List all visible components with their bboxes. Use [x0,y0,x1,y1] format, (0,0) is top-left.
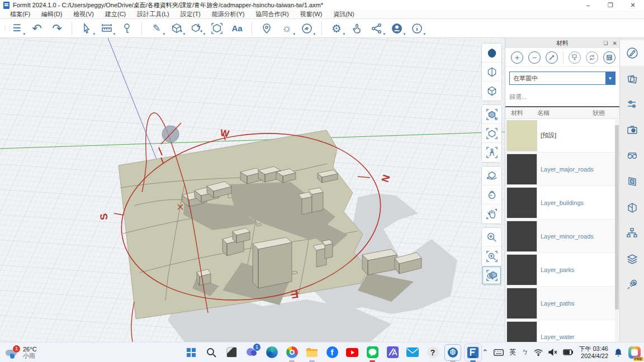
ime-zhuyin[interactable]: ㄅ [522,347,528,357]
dropdown-arrow-icon[interactable]: ▼ [605,72,615,84]
menu-edit[interactable]: 編輯(D) [36,10,68,18]
material-swatch[interactable] [506,221,537,252]
task-view-icon[interactable] [225,346,238,359]
share-icon[interactable]: ▾ [368,21,385,36]
dock-scenes-icon[interactable] [620,117,644,143]
panel-pin-icon[interactable]: ❏ [604,40,608,46]
menu-settings[interactable]: 設定(T) [175,10,206,18]
material-row[interactable]: Layer_buildings [505,186,619,220]
material-row[interactable]: Layer_paths [505,287,619,320]
remove-material-icon[interactable]: − [528,51,541,64]
tray-chevron-icon[interactable]: ⌃ [482,348,488,356]
dock-materials-icon[interactable] [620,40,644,66]
file-explorer-icon[interactable] [305,346,319,359]
dock-layers-icon[interactable] [620,246,644,272]
minimize-button[interactable]: – [577,0,599,10]
menu-info[interactable]: 資訊(N) [328,10,359,18]
keyboard-icon[interactable] [494,349,504,356]
material-name[interactable]: [預設] [537,131,619,140]
dock-properties-icon[interactable] [620,92,644,117]
location-icon[interactable] [258,21,275,36]
material-name[interactable]: Layer_major_roads [537,166,619,173]
panel-close-icon[interactable]: ✕ [613,40,617,46]
undo-icon[interactable]: ↶ [29,21,45,36]
teams-chat-icon[interactable]: 1 [245,346,258,359]
volume-muted-icon[interactable] [548,349,557,356]
zoom-selection-button[interactable] [482,124,501,143]
view-shaded-button[interactable] [482,44,501,63]
chatgpt-icon[interactable] [446,346,460,359]
filter-input[interactable]: 篩選... [505,88,619,107]
clock[interactable]: 下午 03:46 2024/4/22 [579,345,608,360]
restore-button[interactable]: ❐ [599,0,622,10]
zoom-window-button[interactable] [482,247,501,266]
info-icon[interactable]: ▾ [409,21,425,36]
material-row[interactable]: [預設] [505,119,619,153]
material-row[interactable]: Layer_water [505,320,619,342]
measure-tool-icon[interactable]: ▾ [98,21,115,36]
material-name[interactable]: Layer_buildings [537,199,619,206]
menu-collaboration[interactable]: 協同合作(R) [250,10,294,18]
autocad-icon[interactable] [386,346,399,359]
material-name[interactable]: Layer_paths [537,300,619,307]
wifi-icon[interactable] [534,349,543,356]
view-wireframe-button[interactable] [482,82,501,101]
select-tool-icon[interactable]: ▾ [78,21,95,36]
3d-viewport[interactable]: W N S E [0,38,506,342]
battery-icon[interactable] [563,349,573,355]
menu-create[interactable]: 建立(C) [100,10,131,18]
question-swirl-app-icon[interactable]: ? [426,346,439,359]
draw-tool-icon[interactable]: ✎▾ [148,21,165,36]
material-row[interactable]: Layer_major_roads [505,153,619,186]
youtube-icon[interactable] [345,346,359,359]
material-row[interactable]: Layer_minor_roads [505,220,619,253]
materials-panel-header[interactable]: 材料 ❏ ✕ [505,38,619,48]
add-material-icon[interactable]: + [511,51,523,64]
material-name[interactable]: Layer_water [537,334,619,340]
scale-dial-icon[interactable]: ▾ [299,21,315,36]
plumb-tool-icon[interactable] [119,21,135,36]
account-icon[interactable]: ▾ [389,21,405,36]
menu-file[interactable]: 檔案(F) [4,10,36,18]
scope-dropdown[interactable]: 在草圖中 ▼ [509,72,615,85]
material-swatch[interactable] [506,187,537,218]
chrome-icon[interactable] [285,346,299,359]
weather-widget[interactable]: 1 26°C 小雨 [0,346,117,359]
redo-icon[interactable]: ↷ [49,21,65,36]
touch-mode-icon[interactable] [348,21,365,36]
group-tool-icon[interactable] [209,21,225,36]
material-swatch[interactable] [506,321,537,342]
dock-plugins-icon[interactable] [620,272,644,297]
material-swatch[interactable] [506,288,537,319]
copilot-icon[interactable]: PRE [628,346,641,359]
dock-scene-tree-icon[interactable] [620,220,644,246]
import-material-icon[interactable] [569,51,581,64]
zoom-extents-button[interactable] [482,266,501,285]
material-row[interactable]: Layer_parks [505,253,619,287]
orbit-button[interactable] [482,166,501,185]
line-icon[interactable] [366,346,379,359]
menu-window[interactable]: 視窗(W) [295,10,328,18]
close-button[interactable]: ✕ [622,0,644,10]
shadows-icon[interactable]: ☼▾ [278,21,295,36]
materials-scrollbar[interactable] [615,120,619,342]
dock-section-icon[interactable] [620,169,644,194]
material-name[interactable]: Layer_minor_roads [537,233,619,240]
look-around-button[interactable] [482,185,501,204]
view-hidden-line-button[interactable] [482,63,501,82]
dock-sheets-icon[interactable] [620,66,644,92]
material-swatch[interactable] [506,120,537,151]
primitive-tool-icon[interactable]: ▾ [168,21,185,36]
edge-icon[interactable] [265,346,278,359]
dock-levels-icon[interactable] [620,194,644,220]
material-swatch[interactable] [506,154,537,185]
text-tool-icon[interactable]: Aa [229,21,245,36]
menu-design-tools[interactable]: 設計工具(L) [131,10,174,18]
settings-icon[interactable]: ⚙▾ [328,21,345,36]
generate-tool-icon[interactable]: ▾ [188,21,205,36]
ime-english[interactable]: 英 [509,347,516,357]
fit-view-button[interactable] [482,105,501,124]
pan-button[interactable] [482,204,501,223]
formit-icon[interactable] [466,346,480,359]
material-swatch[interactable] [506,254,537,285]
